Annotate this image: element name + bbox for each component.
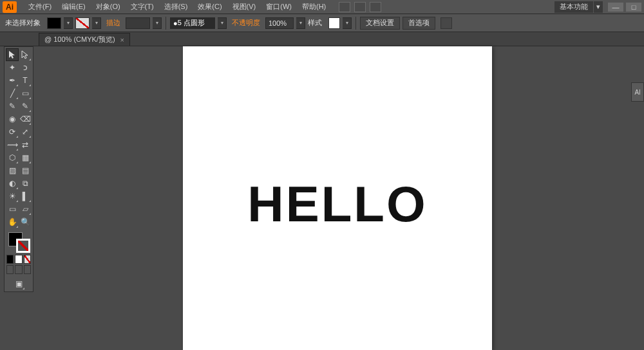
- menu-file[interactable]: 文件(F): [23, 0, 57, 14]
- menu-effect[interactable]: 效果(C): [193, 0, 227, 14]
- menu-layout-icons: [339, 2, 381, 12]
- preferences-icon[interactable]: [440, 17, 452, 29]
- type-tool[interactable]: T: [19, 74, 32, 87]
- column-graph-tool[interactable]: ▌: [19, 190, 32, 203]
- stroke-weight-input[interactable]: [126, 17, 150, 29]
- stroke-dropdown-icon[interactable]: ▾: [92, 17, 101, 29]
- separator: [166, 17, 166, 30]
- stroke-color-swatch[interactable]: [16, 239, 30, 253]
- lasso-tool[interactable]: ɔ: [19, 61, 32, 74]
- magic-wand-tool[interactable]: ✦: [6, 61, 19, 74]
- free-transform-tool[interactable]: ⇄: [19, 138, 32, 151]
- menu-type[interactable]: 文字(T): [126, 0, 159, 14]
- app-icon: Ai: [3, 1, 17, 13]
- paintbrush-tool[interactable]: ✎: [6, 100, 19, 113]
- window-minimize-button[interactable]: —: [608, 3, 623, 12]
- layout-icon[interactable]: [339, 2, 350, 12]
- fill-dropdown-icon[interactable]: ▾: [64, 17, 73, 29]
- separator: [355, 17, 356, 30]
- stroke-weight-dropdown-icon[interactable]: ▾: [153, 17, 162, 29]
- zoom-tool[interactable]: 🔍: [19, 216, 32, 228]
- workspace-mode-dropdown-icon[interactable]: ▾: [594, 1, 603, 13]
- screen-mode-button[interactable]: ▣: [12, 277, 25, 290]
- opacity-dropdown-icon[interactable]: ▾: [296, 17, 305, 29]
- document-tab-label: @ 100% (CMYK/预览): [44, 35, 115, 44]
- menu-view[interactable]: 视图(V): [227, 0, 261, 14]
- workspace-area: HELLO: [37, 46, 644, 350]
- selection-tool[interactable]: [6, 48, 19, 61]
- eraser-tool[interactable]: ⌫: [19, 113, 32, 125]
- document-tab-bar: @ 100% (CMYK/预览) ×: [0, 32, 644, 46]
- control-bar: 未选择对象 ▾ ▾ 描边 ▾ ● 5 点圆形 ▾ 不透明度 100% ▾ 样式 …: [0, 14, 644, 32]
- layout-icon[interactable]: [370, 2, 381, 12]
- draw-mode-row: [6, 264, 32, 275]
- style-swatch[interactable]: [328, 17, 340, 29]
- draw-normal-mode[interactable]: [6, 265, 14, 274]
- hand-tool[interactable]: ✋: [6, 216, 19, 228]
- pencil-tool[interactable]: ✎: [19, 100, 32, 113]
- menu-help[interactable]: 帮助(H): [297, 0, 331, 14]
- none-indicator-icon: [18, 241, 28, 251]
- right-panel-collapsed-tab[interactable]: Al: [631, 82, 644, 102]
- shape-builder-tool[interactable]: ⬡: [6, 151, 19, 164]
- perspective-grid-tool[interactable]: ▦: [19, 151, 32, 164]
- artboard-tool[interactable]: ▭: [6, 203, 19, 216]
- color-mode-gradient[interactable]: [15, 255, 22, 264]
- preferences-button[interactable]: 首选项: [402, 17, 435, 30]
- workspace-mode-label[interactable]: 基本功能: [554, 1, 593, 13]
- slice-tool[interactable]: ▱: [19, 203, 32, 216]
- menu-object[interactable]: 对象(O): [91, 0, 126, 14]
- stroke-label[interactable]: 描边: [106, 18, 120, 28]
- fill-stroke-control[interactable]: [6, 231, 32, 254]
- rotate-tool[interactable]: ⟳: [6, 125, 19, 138]
- window-maximize-button[interactable]: □: [626, 3, 641, 12]
- color-mode-solid[interactable]: [6, 255, 14, 264]
- pen-tool[interactable]: ✒: [6, 74, 19, 87]
- layout-icon[interactable]: [354, 2, 366, 12]
- selection-status-label: 未选择对象: [5, 18, 41, 28]
- style-label: 样式: [308, 18, 322, 28]
- mesh-tool[interactable]: ▨: [6, 164, 19, 177]
- style-dropdown-icon[interactable]: ▾: [343, 17, 352, 29]
- menu-select[interactable]: 选择(S): [159, 0, 193, 14]
- brush-dropdown-icon[interactable]: ▾: [218, 17, 227, 29]
- opacity-input[interactable]: 100%: [265, 17, 294, 29]
- symbol-sprayer-tool[interactable]: ☀: [6, 190, 19, 203]
- direct-selection-tool[interactable]: [19, 48, 32, 61]
- menu-edit[interactable]: 编辑(E): [57, 0, 91, 14]
- gradient-tool[interactable]: ▤: [19, 164, 32, 177]
- document-tab[interactable]: @ 100% (CMYK/预览) ×: [39, 33, 130, 46]
- menu-window[interactable]: 窗口(W): [261, 0, 297, 14]
- width-tool[interactable]: ⟿: [6, 138, 19, 151]
- canvas-text-object[interactable]: HELLO: [247, 175, 427, 234]
- scale-tool[interactable]: ⤢: [19, 125, 32, 138]
- menu-bar: Ai 文件(F) 编辑(E) 对象(O) 文字(T) 选择(S) 效果(C) 视…: [0, 0, 644, 14]
- close-tab-icon[interactable]: ×: [120, 36, 124, 44]
- color-mode-none[interactable]: [24, 255, 31, 264]
- brush-definition-input[interactable]: ● 5 点圆形: [170, 17, 215, 29]
- draw-behind-mode[interactable]: [15, 265, 22, 274]
- eyedropper-tool[interactable]: ◐: [6, 177, 19, 190]
- brush-definition-value: 5 点圆形: [178, 18, 205, 28]
- artboard[interactable]: HELLO: [183, 46, 492, 350]
- workspace-switcher[interactable]: 基本功能 ▾ — □: [554, 1, 644, 13]
- fill-swatch[interactable]: [47, 17, 61, 29]
- blend-tool[interactable]: ⧉: [19, 177, 32, 190]
- toolbox: ✦ ɔ ✒ T ╱ ▭ ✎ ✎ ◉ ⌫ ⟳ ⤢ ⟿ ⇄ ⬡ ▦ ▨ ▤ ◐ ⧉ …: [4, 46, 33, 292]
- stroke-swatch-none[interactable]: [75, 17, 90, 29]
- color-mode-row: [6, 254, 32, 264]
- line-tool[interactable]: ╱: [6, 87, 19, 100]
- draw-inside-mode[interactable]: [24, 265, 31, 274]
- opacity-label[interactable]: 不透明度: [232, 18, 260, 28]
- blob-brush-tool[interactable]: ◉: [6, 113, 19, 125]
- rectangle-tool[interactable]: ▭: [19, 87, 32, 100]
- document-setup-button[interactable]: 文档设置: [360, 17, 400, 30]
